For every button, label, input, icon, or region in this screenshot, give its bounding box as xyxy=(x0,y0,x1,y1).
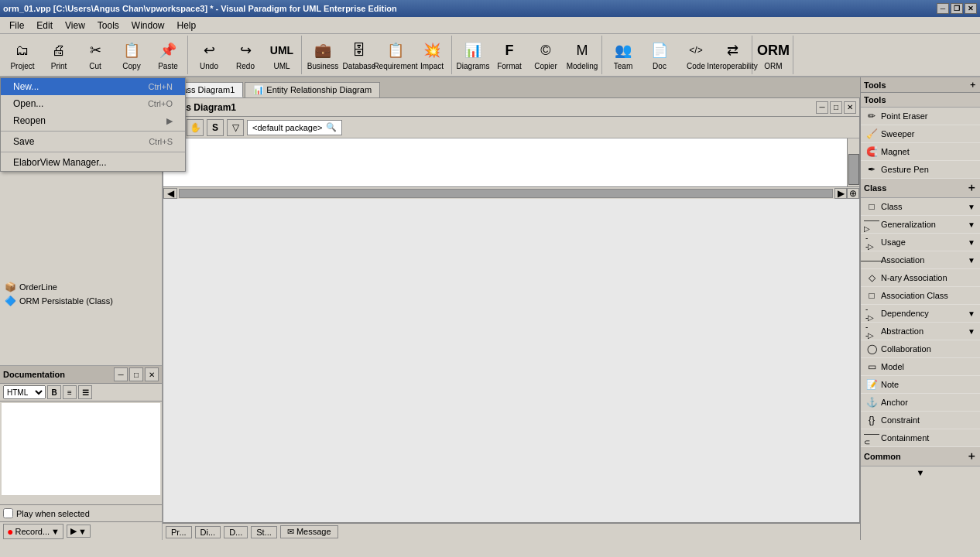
toolbar-format[interactable]: F Format xyxy=(492,36,527,73)
diagram-scroll-area: <<ORM Persistable>> Order -ID : int -ord… xyxy=(163,138,859,199)
tools-sweeper[interactable]: 🧹 Sweeper xyxy=(861,125,980,143)
window-controls[interactable]: ─ ❐ ✕ xyxy=(937,3,977,14)
status-di-btn[interactable]: Di... xyxy=(195,526,221,538)
toolbar-copy[interactable]: 📋 Copy xyxy=(114,36,149,73)
tab-erd[interactable]: 📊 Entity Relationship Diagram xyxy=(245,82,380,97)
scroll-left-btn[interactable]: ◀ xyxy=(163,188,177,199)
doc-close-btn[interactable]: ✕ xyxy=(145,367,159,381)
menu-view[interactable]: View xyxy=(59,19,91,32)
menu-new[interactable]: New... Ctrl+N xyxy=(1,78,185,95)
toolbar-undo[interactable]: ↩ Undo xyxy=(191,36,227,73)
tools-class[interactable]: □ Class ▼ xyxy=(861,198,980,216)
play-label: Play when selected xyxy=(16,509,90,518)
tools-usage[interactable]: - -▷ Usage ▼ xyxy=(861,234,980,251)
diag-down-btn[interactable]: ▽ xyxy=(227,119,244,136)
tools-note[interactable]: 📝 Note xyxy=(861,376,980,394)
menu-file[interactable]: File xyxy=(3,19,30,32)
abstraction-icon: - -▷ xyxy=(865,325,878,337)
tools-magnet[interactable]: 🧲 Magnet xyxy=(861,143,980,161)
vertical-scrollbar[interactable] xyxy=(847,138,859,186)
paste-icon: 📌 xyxy=(157,39,179,61)
menu-reopen-arrow: ▶ xyxy=(166,116,173,126)
toolbar-modeling[interactable]: M Modeling xyxy=(564,36,600,73)
menu-elaborview[interactable]: ElaborView Manager... xyxy=(1,154,185,171)
status-bar: Pr... Di... D... St... ✉ Message xyxy=(163,523,860,540)
doc-minimize-btn[interactable]: ─ xyxy=(114,367,128,381)
tools-association[interactable]: ——— Association ▼ xyxy=(861,251,980,269)
toolbar-paste[interactable]: 📌 Paste xyxy=(150,36,186,73)
requirement-icon: 📋 xyxy=(385,39,406,61)
common-section-add[interactable]: ＋ xyxy=(966,449,977,463)
tools-containment[interactable]: ——⊂ Containment xyxy=(861,429,980,447)
status-d-btn[interactable]: D... xyxy=(224,526,248,538)
toolbar-uml[interactable]: UML UML xyxy=(264,36,300,73)
toolbar-requirement[interactable]: 📋 Requirement xyxy=(378,36,413,73)
toolbar-team[interactable]: 👥 Team xyxy=(605,36,641,73)
tools-point-eraser[interactable]: ✏ Point Eraser xyxy=(861,108,980,125)
dependency-icon: - -▷ xyxy=(865,307,878,320)
diagram-minimize-btn[interactable]: ─ xyxy=(816,101,828,114)
toolbar-interoperability[interactable]: ⇄ Interoperability xyxy=(714,36,750,73)
diagram-close-btn[interactable]: ✕ xyxy=(844,101,856,114)
doc-format-select[interactable]: HTML Plain xyxy=(3,385,46,399)
toolbar-doc[interactable]: 📄 Doc xyxy=(642,36,677,73)
diagram-canvas[interactable]: <<ORM Persistable>> Order -ID : int -ord… xyxy=(163,138,847,186)
tools-dependency[interactable]: - -▷ Dependency ▼ xyxy=(861,305,980,323)
play-checkbox[interactable] xyxy=(3,508,13,518)
toolbar-project[interactable]: 🗂 Project xyxy=(5,36,40,73)
toolbar-print[interactable]: 🖨 Print xyxy=(41,36,77,73)
menu-help[interactable]: Help xyxy=(171,19,203,32)
toolbar-database[interactable]: 🗄 Database xyxy=(341,36,377,73)
doc-bold-btn[interactable]: B xyxy=(47,385,61,399)
tools-add-icon[interactable]: ＋ xyxy=(968,79,977,91)
tree-item-orderline[interactable]: 📦 OrderLine xyxy=(2,280,160,294)
minimize-button[interactable]: ─ xyxy=(937,3,949,14)
package-breadcrumb[interactable]: <default package> 🔍 xyxy=(247,120,342,135)
restore-button[interactable]: ❐ xyxy=(951,3,963,14)
tools-collaboration[interactable]: ◯ Collaboration xyxy=(861,340,980,358)
tools-section-class[interactable]: Class ＋ xyxy=(861,179,980,198)
association-class-icon: □ xyxy=(865,289,878,302)
close-button[interactable]: ✕ xyxy=(965,3,977,14)
doc-maximize-btn[interactable]: □ xyxy=(129,367,143,381)
menu-save[interactable]: Save Ctrl+S xyxy=(1,133,185,150)
status-pr-btn[interactable]: Pr... xyxy=(166,526,192,538)
toolbar-cut[interactable]: ✂ Cut xyxy=(77,36,113,73)
tools-gesture-pen[interactable]: ✒ Gesture Pen xyxy=(861,161,980,179)
menu-reopen[interactable]: Reopen ▶ xyxy=(1,112,185,129)
menu-window[interactable]: Window xyxy=(125,19,171,32)
toolbar-orm[interactable]: ORM ORM xyxy=(756,36,791,73)
tools-section-tools[interactable]: Tools xyxy=(861,93,980,108)
tree-item-orm-persistable[interactable]: 🔷 ORM Persistable (Class) xyxy=(2,294,160,308)
diagram-controls: ─ □ ✕ xyxy=(816,101,856,114)
diagram-restore-btn[interactable]: □ xyxy=(830,101,842,114)
scroll-right-btn[interactable]: ▶ xyxy=(834,188,847,199)
doc-align-btn[interactable]: ≡ xyxy=(63,385,77,399)
menu-edit[interactable]: Edit xyxy=(30,19,59,32)
status-message[interactable]: ✉ Message xyxy=(280,525,338,538)
toolbar-redo[interactable]: ↪ Redo xyxy=(228,36,263,73)
record-play-button[interactable]: ▶ ▼ xyxy=(67,525,91,538)
toolbar-copier[interactable]: © Copier xyxy=(528,36,564,73)
tools-section-common[interactable]: Common ＋ xyxy=(861,447,980,466)
diag-select-btn[interactable]: S xyxy=(207,119,224,136)
tools-association-class[interactable]: □ Association Class xyxy=(861,287,980,305)
tools-anchor[interactable]: ⚓ Anchor xyxy=(861,394,980,412)
tools-constraint[interactable]: {} Constraint xyxy=(861,412,980,429)
horizontal-scrollbar[interactable]: ◀ ▶ ⊕ xyxy=(163,186,859,199)
doc-list-btn[interactable]: ☰ xyxy=(78,385,92,399)
documentation-panel: Documentation ─ □ ✕ HTML Plain B ≡ ☰ xyxy=(0,365,162,504)
tools-generalization[interactable]: ——▷ Generalization ▼ xyxy=(861,216,980,234)
menu-tools[interactable]: Tools xyxy=(91,19,125,32)
status-st-btn[interactable]: St... xyxy=(251,526,277,538)
tools-nary-association[interactable]: ◇ N-ary Association xyxy=(861,269,980,287)
toolbar-impact[interactable]: 💥 Impact xyxy=(414,36,450,73)
diag-hand-btn[interactable]: ✋ xyxy=(187,119,204,136)
toolbar-diagrams[interactable]: 📊 Diagrams xyxy=(455,36,491,73)
class-section-add[interactable]: ＋ xyxy=(966,181,977,195)
menu-open[interactable]: Open... Ctrl+O xyxy=(1,95,185,112)
toolbar-business[interactable]: 💼 Business xyxy=(305,36,341,73)
tools-model[interactable]: ▭ Model xyxy=(861,358,980,376)
tools-abstraction[interactable]: - -▷ Abstraction ▼ xyxy=(861,323,980,340)
record-button[interactable]: ● Record... ▼ xyxy=(3,524,63,539)
